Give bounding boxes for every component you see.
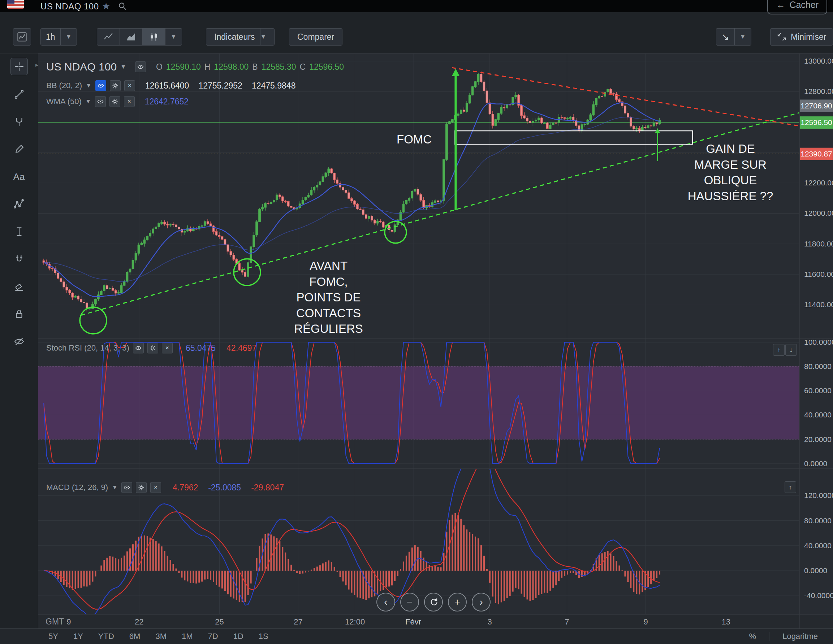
eye-icon[interactable]	[95, 96, 106, 107]
eraser-tool[interactable]	[11, 278, 27, 295]
range-button-ytd[interactable]: YTD	[93, 631, 119, 642]
close-icon[interactable]: ×	[150, 482, 161, 493]
time-axis-label: 9	[643, 617, 648, 626]
hide-drawings-tool[interactable]	[11, 333, 27, 350]
hide-panel-button[interactable]: ← Cacher	[767, 0, 827, 14]
chart-type-candles-button[interactable]	[142, 29, 165, 45]
favorite-star-icon[interactable]: ★	[102, 1, 110, 12]
axis-label: 11400.00	[804, 300, 833, 309]
chart-panel-button[interactable]	[13, 28, 31, 45]
avant-fomc-annotation[interactable]: AVANTFOMC,POINTS DECONTACTSRÉGULIERS	[275, 258, 382, 337]
compare-button[interactable]: Comparer	[289, 28, 343, 45]
axis-label: 12800.00	[804, 87, 833, 95]
scroll-left-button[interactable]: ‹	[376, 592, 395, 612]
time-axis-label: 7	[564, 617, 569, 626]
axis-label: 12200.00	[804, 179, 833, 187]
magnet-tool[interactable]	[11, 251, 27, 267]
timezone-label: GMT	[45, 617, 64, 626]
chart-nav-bar: ‹ − + ›	[376, 592, 490, 612]
timeframe-button[interactable]: 1h ▼	[40, 28, 77, 45]
chart-type-line-button[interactable]	[97, 29, 119, 45]
timeframe-dropdown[interactable]: ▼	[60, 29, 77, 45]
macd-label[interactable]: MACD (12, 26, 9)	[46, 483, 108, 492]
axis-label: -40.0000	[804, 591, 833, 599]
stoch-pane-up-button[interactable]: ↑	[773, 344, 785, 356]
stoch-pane-down-button[interactable]: ↓	[785, 344, 797, 356]
svg-text:12390.87: 12390.87	[801, 150, 832, 158]
wma-label[interactable]: WMA (50)	[46, 97, 82, 106]
timeframe-value[interactable]: 1h	[41, 29, 60, 45]
eye-icon[interactable]	[135, 61, 146, 72]
range-button-7d[interactable]: 7D	[203, 631, 223, 642]
stoch-band	[38, 367, 799, 439]
stoch-label[interactable]: Stoch RSI (20, 14, 3, 3)	[46, 343, 129, 353]
axis-label: 80.0000	[804, 362, 831, 370]
range-button-1m[interactable]: 1M	[177, 631, 198, 642]
eye-icon[interactable]	[133, 343, 144, 353]
chevron-down-icon[interactable]: ▼	[112, 484, 118, 491]
chevron-down-icon[interactable]: ▼	[120, 63, 126, 71]
chevron-down-icon[interactable]: ▼	[85, 98, 92, 105]
range-button-list: 5Y1YYTD6M3M1M7D1D1S	[43, 631, 273, 642]
price-tag: 12596.50	[800, 116, 833, 129]
close-icon[interactable]: ×	[162, 343, 173, 353]
gear-icon[interactable]	[109, 96, 120, 107]
symbol-name[interactable]: US NDAQ 100	[46, 61, 117, 73]
gear-icon[interactable]	[147, 343, 158, 353]
range-button-5y[interactable]: 5Y	[43, 631, 63, 642]
send-dropdown[interactable]: ▼	[734, 29, 751, 45]
eye-icon[interactable]	[121, 482, 132, 493]
sidebar-expand-handle[interactable]: ▸	[35, 61, 38, 68]
axis-label: 120.0000	[804, 491, 833, 499]
ohlc-values: O12590.10 H12598.00 B12585.30 C12596.50	[156, 62, 344, 72]
scroll-right-button[interactable]: ›	[472, 592, 490, 612]
indicators-dropdown: ▼	[260, 29, 272, 45]
gear-icon[interactable]	[110, 80, 121, 91]
close-icon[interactable]: ×	[124, 80, 135, 91]
arrow-down-right-icon[interactable]: ↘	[716, 29, 734, 45]
chevron-down-icon[interactable]: ▼	[85, 82, 92, 89]
measure-tool[interactable]	[11, 223, 27, 240]
range-button-1y[interactable]: 1Y	[68, 631, 88, 642]
brush-tool[interactable]	[11, 141, 27, 158]
axis-label: 13000.00	[804, 57, 833, 65]
minimize-label: Minimiser	[791, 32, 826, 42]
text-tool[interactable]: Aa	[11, 168, 27, 185]
chart-type-group: ▼	[97, 28, 182, 45]
time-axis-label: 3	[488, 617, 492, 626]
chart-type-area-button[interactable]	[119, 29, 142, 45]
pattern-tool[interactable]	[11, 196, 27, 213]
send-to-chart-button[interactable]: ↘ ▼	[716, 28, 751, 45]
range-button-3m[interactable]: 3M	[150, 631, 172, 642]
eye-icon[interactable]	[95, 80, 106, 91]
chart-type-dropdown[interactable]: ▼	[165, 29, 182, 45]
chevron-down-icon: ▼	[261, 33, 267, 40]
search-icon[interactable]	[118, 2, 127, 11]
indicators-button[interactable]: Indicateurs ▼	[206, 28, 275, 45]
lock-tool[interactable]	[11, 306, 27, 322]
crosshair-tool[interactable]	[10, 58, 28, 75]
bb-label[interactable]: BB (20, 2)	[46, 81, 82, 90]
gain-marge-annotation[interactable]: GAIN DEMARGE SUROBLIQUEHAUSSIÈRE ??	[669, 141, 792, 204]
time-axis-label: 9	[66, 617, 71, 626]
pitchfork-tool[interactable]	[11, 113, 27, 130]
fomc-annotation[interactable]: FOMC	[397, 132, 432, 147]
top-bar: US NDAQ 100 ★ ← Cacher	[0, 0, 833, 12]
range-button-1s[interactable]: 1S	[254, 631, 273, 642]
reset-view-button[interactable]	[424, 592, 443, 612]
percent-scale-button[interactable]: %	[744, 631, 761, 642]
gear-icon[interactable]	[136, 482, 147, 493]
minimize-button[interactable]: Minimiser	[770, 28, 833, 45]
macd-pane-up-button[interactable]: ↑	[785, 481, 796, 493]
range-button-6m[interactable]: 6M	[124, 631, 146, 642]
zoom-in-button[interactable]: +	[448, 592, 467, 612]
axis-label: 0.0000	[804, 566, 827, 575]
range-button-1d[interactable]: 1D	[228, 631, 249, 642]
hide-panel-label: Cacher	[789, 0, 819, 10]
price-tag: 12706.90	[800, 100, 833, 112]
time-axis-label: Févr	[405, 617, 421, 626]
trendline-tool[interactable]	[11, 86, 27, 103]
close-icon[interactable]: ×	[124, 96, 135, 107]
log-scale-button[interactable]: Logaritme	[777, 631, 823, 642]
zoom-out-button[interactable]: −	[400, 592, 419, 612]
